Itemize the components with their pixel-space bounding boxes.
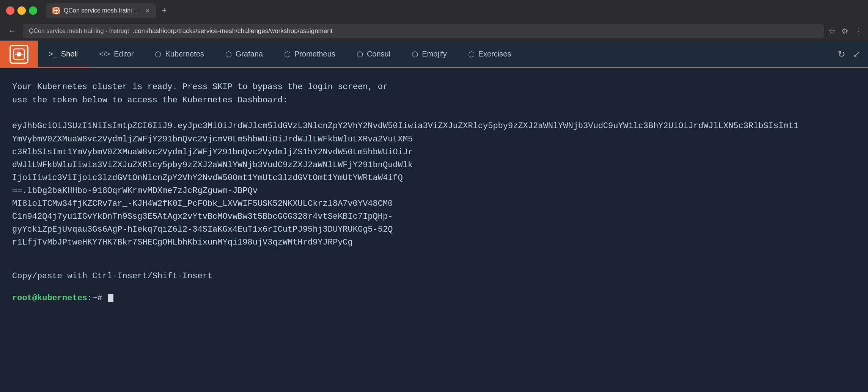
prompt-user: root@kubernetes [12, 293, 87, 303]
nav-tab-editor[interactable]: </> Editor [88, 41, 144, 68]
nav-tab-kubernetes-label: Kubernetes [165, 50, 204, 58]
intro-line-2: use the token below to access the Kubern… [12, 96, 288, 105]
close-window-button[interactable] [6, 6, 14, 15]
expand-icon[interactable]: ⤢ [853, 49, 860, 60]
exercises-link-icon: ⬡ [468, 50, 475, 59]
nav-tab-shell-label: Shell [61, 50, 78, 58]
prometheus-link-icon: ⬡ [284, 50, 291, 59]
browser-tab[interactable]: QCon service mesh training - i ✕ [46, 3, 156, 18]
browser-menu-icon[interactable]: ⋮ [854, 27, 862, 36]
new-tab-button[interactable]: + [157, 4, 171, 17]
nav-tab-prometheus[interactable]: ⬡ Prometheus [274, 41, 346, 68]
terminal-cursor [108, 294, 113, 302]
address-actions: ☆ ⚙ ⋮ [829, 27, 862, 36]
nav-tab-kubernetes[interactable]: ⬡ Kubernetes [144, 41, 214, 68]
nav-tab-emojify-label: Emojify [422, 50, 447, 58]
shell-icon: >_ [49, 50, 57, 58]
nav-tab-exercises[interactable]: ⬡ Exercises [458, 41, 522, 68]
tab-title: QCon service mesh training - i [64, 7, 140, 14]
nav-tabs: >_ Shell </> Editor ⬡ Kubernetes ⬡ Grafa… [0, 41, 868, 68]
back-button[interactable]: ← [6, 26, 18, 36]
tab-favicon [52, 7, 60, 14]
nav-tab-exercises-label: Exercises [478, 50, 511, 58]
nav-tab-grafana-label: Grafana [236, 50, 263, 58]
address-bar[interactable]: QCon service mesh training - instruqt .c… [23, 24, 824, 38]
terminal-token: eyJhbGciOiJSUzI1NiIsImtpZCI6IiJ9.eyJpc3M… [12, 120, 856, 249]
logo-icon [9, 45, 28, 64]
terminal-blank [12, 107, 856, 120]
nav-tab-actions: ↻ ⤢ [838, 49, 868, 60]
refresh-icon[interactable]: ↻ [838, 49, 845, 60]
address-url: .com/hashicorp/tracks/service-mesh/chall… [133, 27, 332, 35]
prompt-suffix: :~# [87, 293, 102, 303]
terminal-prompt: root@kubernetes:~# [12, 292, 856, 305]
terminal-hint: Copy/paste with Ctrl-Insert/Shift-Insert [12, 270, 856, 283]
nav-logo [0, 41, 38, 68]
grafana-link-icon: ⬡ [225, 50, 232, 59]
nav-tab-emojify[interactable]: ⬡ Emojify [401, 41, 458, 68]
window-controls [6, 6, 37, 15]
address-bar-row: ← QCon service mesh training - instruqt … [0, 21, 868, 41]
terminal[interactable]: Your Kubernetes cluster is ready. Press … [0, 68, 868, 392]
nav-tab-consul-label: Consul [367, 50, 390, 58]
nav-tab-grafana[interactable]: ⬡ Grafana [215, 41, 274, 68]
intro-line-1: Your Kubernetes cluster is ready. Press … [12, 82, 388, 92]
emojify-link-icon: ⬡ [412, 50, 418, 59]
kubernetes-link-icon: ⬡ [155, 50, 161, 59]
address-site-name: QCon service mesh training - instruqt [29, 28, 129, 34]
nav-tab-shell[interactable]: >_ Shell [38, 41, 88, 68]
title-bar: QCon service mesh training - i ✕ + [0, 0, 868, 21]
maximize-window-button[interactable] [29, 6, 37, 15]
nav-tab-prometheus-label: Prometheus [294, 50, 335, 58]
tab-bar: QCon service mesh training - i ✕ + [46, 3, 171, 18]
consul-link-icon: ⬡ [357, 50, 363, 59]
browser-settings-icon[interactable]: ⚙ [841, 27, 848, 36]
minimize-window-button[interactable] [17, 6, 26, 15]
terminal-intro: Your Kubernetes cluster is ready. Press … [12, 80, 856, 107]
terminal-blank-2 [12, 249, 856, 262]
browser-chrome: QCon service mesh training - i ✕ + ← QCo… [0, 0, 868, 68]
nav-tab-consul[interactable]: ⬡ Consul [346, 41, 401, 68]
nav-tab-editor-label: Editor [114, 50, 134, 58]
prompt-space [102, 293, 107, 303]
tab-close-button[interactable]: ✕ [145, 7, 150, 14]
bookmark-icon[interactable]: ☆ [829, 27, 835, 36]
editor-icon: </> [99, 50, 110, 58]
svg-point-2 [17, 52, 21, 56]
